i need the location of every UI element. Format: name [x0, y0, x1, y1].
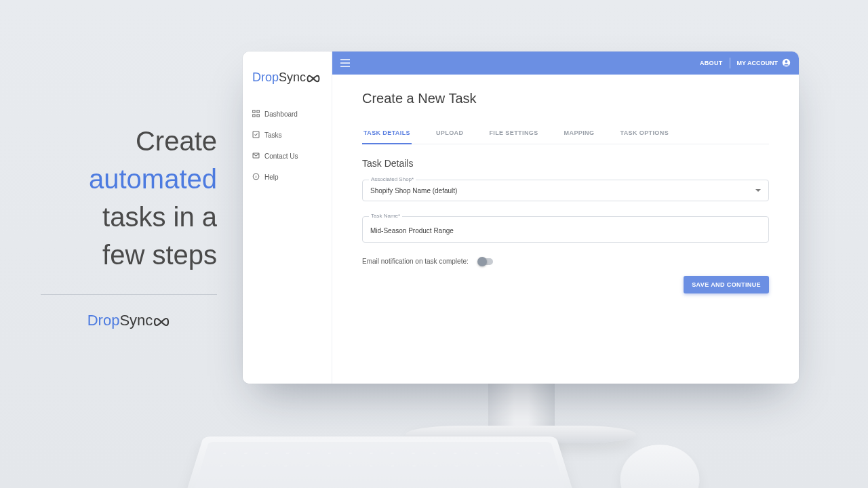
infinity-icon: [153, 317, 170, 327]
task-name-field[interactable]: Task Name*: [362, 216, 769, 243]
section-title: Task Details: [362, 158, 769, 169]
main-area: ABOUT MY ACCOUNT Create a New Task TASK …: [332, 52, 799, 384]
svg-point-10: [785, 60, 788, 63]
check-square-icon: [252, 131, 260, 140]
svg-point-8: [256, 175, 256, 176]
marketing-headline: Create automated tasks in a few steps: [41, 122, 217, 274]
topbar-my-account-label: MY ACCOUNT: [737, 60, 778, 66]
sidebar-item-label: Contact Us: [264, 152, 298, 160]
brand-logo-part2: Sync: [279, 70, 306, 84]
marketing-line3: tasks in a: [102, 202, 217, 232]
sidebar-item-label: Dashboard: [264, 110, 298, 118]
app-root: DropSync Dashboard Tasks Contact Us Help: [243, 52, 799, 384]
chevron-down-icon: [755, 189, 761, 192]
sidebar-item-contact[interactable]: Contact Us: [243, 146, 332, 167]
svg-rect-2: [253, 115, 255, 117]
brand-part2: Sync: [119, 312, 153, 329]
email-toggle[interactable]: [478, 258, 493, 265]
sidebar-item-dashboard[interactable]: Dashboard: [243, 104, 332, 125]
topbar-my-account[interactable]: MY ACCOUNT: [730, 58, 791, 68]
form-actions: SAVE AND CONTINUE: [362, 276, 769, 293]
topbar: ABOUT MY ACCOUNT: [332, 52, 799, 75]
brand-part1: Drop: [87, 312, 120, 329]
infinity-icon: [306, 75, 321, 83]
tab-task-details[interactable]: TASK DETAILS: [362, 124, 412, 144]
tab-mapping[interactable]: MAPPING: [563, 124, 596, 144]
marketing-line2: automated: [89, 164, 217, 194]
sidebar-item-help[interactable]: Help: [243, 167, 332, 188]
svg-rect-3: [257, 115, 259, 117]
monitor-frame: DropSync Dashboard Tasks Contact Us Help: [243, 52, 799, 384]
mouse-mockup: [618, 445, 701, 488]
sidebar-item-label: Help: [264, 174, 279, 181]
tab-file-settings[interactable]: FILE SETTINGS: [488, 124, 539, 144]
marketing-panel: Create automated tasks in a few steps Dr…: [41, 122, 217, 329]
brand-logo-part1: Drop: [252, 70, 279, 84]
hamburger-icon[interactable]: [340, 59, 350, 67]
associated-shop-select[interactable]: Associated Shop* Shopify Shop Name (defa…: [362, 180, 769, 201]
sidebar-item-label: Tasks: [264, 131, 282, 139]
divider: [41, 294, 217, 295]
associated-shop-value: Shopify Shop Name (default): [370, 187, 761, 195]
brand-logo: DropSync: [243, 52, 332, 104]
sidebar: DropSync Dashboard Tasks Contact Us Help: [243, 52, 332, 384]
info-icon: [252, 173, 260, 182]
tabs: TASK DETAILS UPLOAD FILE SETTINGS MAPPIN…: [362, 124, 769, 144]
task-name-label: Task Name*: [369, 213, 402, 219]
email-toggle-label: Email notification on task complete:: [362, 258, 469, 265]
grid-icon: [252, 110, 260, 119]
task-name-input[interactable]: [370, 227, 761, 235]
brand-logo-small: DropSync: [41, 312, 217, 329]
page-title: Create a New Task: [362, 91, 769, 106]
associated-shop-label: Associated Shop*: [369, 176, 416, 182]
svg-rect-1: [257, 110, 259, 113]
content: Create a New Task TASK DETAILS UPLOAD FI…: [332, 75, 799, 310]
topbar-about-link[interactable]: ABOUT: [693, 60, 730, 66]
sidebar-item-tasks[interactable]: Tasks: [243, 125, 332, 146]
svg-rect-0: [253, 110, 255, 113]
tab-task-options[interactable]: TASK OPTIONS: [618, 124, 670, 144]
marketing-line1: Create: [136, 126, 217, 156]
tab-upload[interactable]: UPLOAD: [435, 124, 465, 144]
mail-icon: [252, 152, 260, 161]
account-circle-icon: [782, 58, 791, 68]
keyboard-mockup: [182, 436, 578, 488]
monitor-stand-neck: [488, 382, 555, 429]
save-and-continue-button[interactable]: SAVE AND CONTINUE: [684, 276, 769, 293]
email-toggle-row: Email notification on task complete:: [362, 258, 769, 265]
marketing-line4: few steps: [102, 240, 217, 270]
